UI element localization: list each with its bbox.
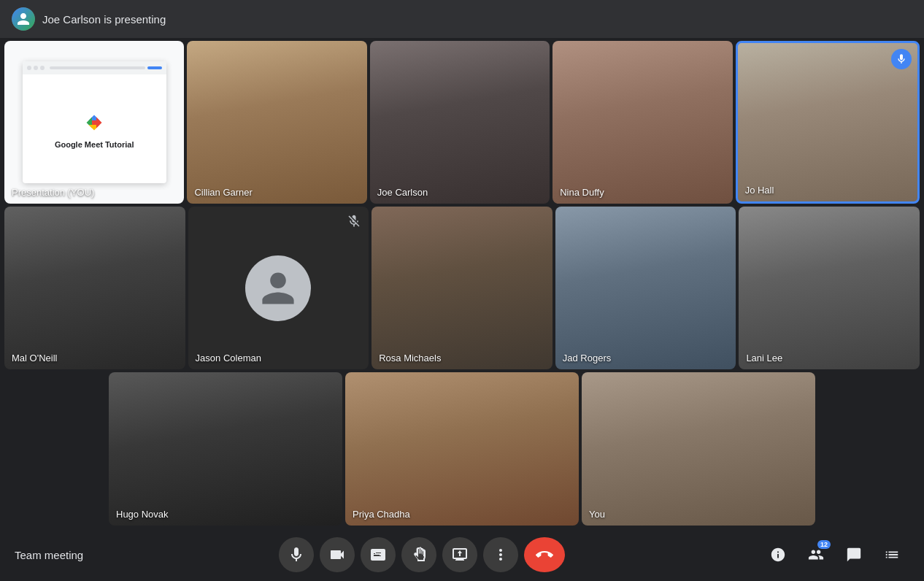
label-cillian-garner: Cillian Garner (194, 187, 252, 198)
tile-lani-lee[interactable]: Lani Lee (739, 207, 920, 369)
slide-title: Google Meet Tutorial (55, 140, 134, 149)
presenting-text: Joe Carlson is presenting (42, 13, 166, 26)
tile-jo-hall[interactable]: Jo Hall (736, 41, 920, 204)
label-jason-coleman: Jason Coleman (196, 353, 261, 363)
meeting-name: Team meeting (15, 549, 83, 561)
presenter-avatar (12, 7, 35, 31)
raise-hand-button[interactable] (401, 537, 436, 572)
bottom-bar: Team meeting (0, 528, 924, 581)
right-controls: 12 (761, 537, 909, 572)
presentation-label: Presentation (YOU) (12, 187, 94, 198)
label-joe-carlson: Joe Carlson (377, 187, 428, 198)
controls-bar (279, 537, 565, 572)
camera-button[interactable] (320, 537, 355, 572)
tile-rosa-michaels[interactable]: Rosa Michaels (371, 207, 553, 369)
participant-count: 12 (817, 540, 831, 549)
top-bar: Joe Carlson is presenting (0, 0, 924, 38)
chat-button[interactable] (836, 537, 871, 572)
tile-jason-coleman[interactable]: Jason Coleman (188, 207, 369, 369)
video-grid: Google Meet Tutorial Presentation (YOU) … (0, 38, 924, 528)
tile-jad-rogers[interactable]: Jad Rogers (555, 207, 736, 369)
grid-row-3: Hugo Novak Priya Chadha You (4, 372, 920, 526)
speaking-indicator-jo-hall (891, 49, 912, 69)
label-hugo-novak: Hugo Novak (116, 509, 169, 520)
captions-button[interactable] (361, 537, 396, 572)
tile-joe-carlson[interactable]: Joe Carlson (370, 41, 550, 204)
end-call-button[interactable] (524, 537, 565, 572)
mute-icon-jason-coleman (345, 212, 363, 230)
presentation-tile[interactable]: Google Meet Tutorial Presentation (YOU) (4, 41, 184, 204)
tile-cillian-garner[interactable]: Cillian Garner (187, 41, 366, 204)
label-jo-hall: Jo Hall (745, 185, 774, 196)
activities-button[interactable] (874, 537, 909, 572)
more-options-button[interactable] (483, 537, 518, 572)
mic-button[interactable] (279, 537, 314, 572)
label-nina-duffy: Nina Duffy (560, 187, 604, 198)
label-jad-rogers: Jad Rogers (563, 353, 611, 363)
present-button[interactable] (442, 537, 477, 572)
meeting-info-button[interactable] (761, 537, 796, 572)
tile-you[interactable]: You (582, 372, 815, 526)
people-button[interactable]: 12 (798, 537, 833, 572)
label-rosa-michaels: Rosa Michaels (379, 353, 441, 363)
label-you: You (589, 509, 605, 520)
label-mal-oneill: Mal O'Neill (12, 353, 57, 363)
tile-priya-chadha[interactable]: Priya Chadha (345, 372, 579, 526)
tile-nina-duffy[interactable]: Nina Duffy (553, 41, 732, 204)
tile-hugo-novak[interactable]: Hugo Novak (109, 372, 342, 526)
grid-row-1: Google Meet Tutorial Presentation (YOU) … (4, 41, 920, 204)
grid-row-2: Mal O'Neill Jason Coleman (4, 207, 920, 369)
label-priya-chadha: Priya Chadha (353, 509, 410, 520)
label-lani-lee: Lani Lee (746, 353, 782, 363)
tile-mal-oneill[interactable]: Mal O'Neill (4, 207, 185, 369)
